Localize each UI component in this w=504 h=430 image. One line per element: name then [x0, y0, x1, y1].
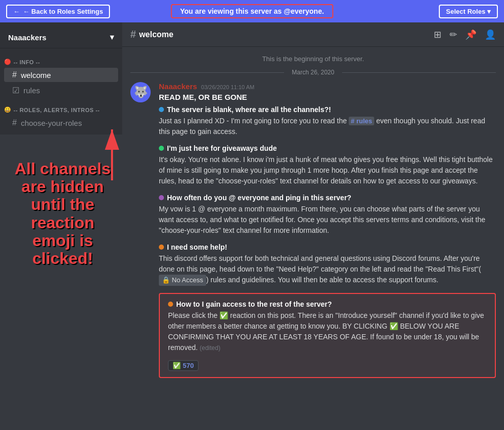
main-layout: Naaackers ▾ 🔴 -- INFO -- # welcome ☑ rul…	[0, 22, 504, 430]
bullet-text-4: This discord offers support for both tec…	[159, 253, 496, 286]
top-bar: ← ← Back to Roles Settings You are viewi…	[0, 0, 504, 22]
checkbox-icon: ☑	[12, 86, 19, 95]
bullet-section-1: The server is blank, where are all the c…	[159, 105, 496, 137]
avatar: 🐺	[130, 82, 151, 102]
channel-start-text: This is the beginning of this server.	[130, 55, 496, 63]
bullet-dot-4	[159, 245, 164, 250]
bullet-section-highlighted: How to I gain access to the rest of the …	[168, 300, 487, 353]
bullet-section-4: I need some help! This discord offers su…	[159, 243, 496, 286]
reaction-emoji: ✅	[173, 362, 181, 369]
bullet-section-3: How often do you @ everyone and ping in …	[159, 194, 496, 236]
reaction-bar: ✅ 570	[168, 360, 487, 371]
bullet-header-highlighted: How to I gain access to the rest of the …	[168, 300, 487, 308]
bullet-text-3: My vow is 1 @ everyone a month maximum. …	[159, 204, 496, 236]
pin-icon[interactable]: 📌	[465, 29, 477, 40]
message-author: Naaackers	[159, 82, 197, 91]
server-name: Naaackers	[8, 33, 46, 42]
bullet-header-3: How often do you @ everyone and ping in …	[159, 194, 496, 202]
bullet-text-1: Just as I planned XD - I'm not going to …	[159, 116, 496, 137]
channel-rules[interactable]: ☑ rules	[4, 83, 118, 98]
reaction-count: 570	[183, 362, 194, 369]
bullet-dot-highlighted	[168, 302, 173, 307]
sidebar-wrapper: Naaackers ▾ 🔴 -- INFO -- # welcome ☑ rul…	[0, 22, 122, 430]
bullet-text-2: It's okay. You're not alone. I know i'm …	[159, 154, 496, 186]
bullet-dot-1	[159, 107, 164, 112]
sidebar: Naaackers ▾ 🔴 -- INFO -- # welcome ☑ rul…	[0, 22, 122, 135]
channel-header-name: # welcome	[130, 29, 174, 40]
channel-header: # welcome ⊞ ✏ 📌 👤	[122, 22, 504, 47]
hash-icon: #	[12, 70, 17, 79]
category-info: 🔴 -- INFO --	[0, 50, 122, 67]
overlay-annotation: All channels are hidden until the reacti…	[9, 160, 116, 267]
date-divider: March 26, 2020	[130, 69, 496, 76]
bullet-text-highlighted: Please click the ✅ reaction on this post…	[168, 310, 487, 353]
back-to-roles-button[interactable]: ← ← Back to Roles Settings	[6, 5, 110, 18]
message-title: READ ME, OR BE GONE	[159, 93, 496, 101]
messages-area: This is the beginning of this server. Ma…	[122, 47, 504, 430]
bullet-dot-2	[159, 146, 164, 151]
bullet-header-2: I'm just here for giveaways dude	[159, 144, 496, 152]
rules-link[interactable]: # rules	[349, 117, 374, 125]
back-button-label: ← Back to Roles Settings	[23, 8, 103, 15]
edit-icon[interactable]: ✏	[450, 29, 457, 40]
members-icon[interactable]: 👤	[485, 29, 496, 40]
message-row: 🐺 Naaackers 03/26/2020 11:10 AM READ ME,…	[130, 82, 496, 378]
select-roles-label: Select Roles ▾	[446, 8, 491, 15]
hash-icon-2: #	[12, 118, 17, 127]
highlighted-message-box: How to I gain access to the rest of the …	[159, 293, 496, 378]
message-timestamp: 03/26/2020 11:10 AM	[201, 84, 255, 90]
bullet-header-1: The server is blank, where are all the c…	[159, 105, 496, 114]
channel-name-display: welcome	[139, 30, 174, 39]
server-header[interactable]: Naaackers ▾	[0, 26, 122, 48]
channel-welcome[interactable]: # welcome	[4, 68, 118, 82]
message-header: Naaackers 03/26/2020 11:10 AM	[159, 82, 496, 91]
reaction-button[interactable]: ✅ 570	[168, 360, 199, 371]
content-area: # welcome ⊞ ✏ 📌 👤 This is the beginning …	[122, 22, 504, 430]
back-arrow-icon: ←	[13, 8, 20, 15]
bullet-section-2: I'm just here for giveaways dude It's ok…	[159, 144, 496, 186]
bullet-header-4: I need some help!	[159, 243, 496, 251]
hash-icon-header: #	[130, 29, 136, 40]
message-body: Naaackers 03/26/2020 11:10 AM READ ME, O…	[159, 82, 496, 378]
channel-header-icons: ⊞ ✏ 📌 👤	[434, 29, 496, 40]
no-access-badge: 🔒 No Access	[159, 275, 206, 286]
viewing-notice: You are viewing this server as @everyone…	[171, 4, 333, 18]
edited-label: (edited)	[200, 344, 220, 352]
select-roles-button[interactable]: Select Roles ▾	[439, 5, 498, 18]
chevron-down-icon: ▾	[110, 33, 114, 42]
hashtag-icon[interactable]: ⊞	[434, 29, 441, 40]
channel-choose-your-roles[interactable]: # choose-your-roles	[4, 116, 118, 130]
bullet-dot-3	[159, 195, 164, 200]
category-roles-alerts-intros: 😀 -- ROLES, ALERTS, INTROS --	[0, 98, 122, 115]
